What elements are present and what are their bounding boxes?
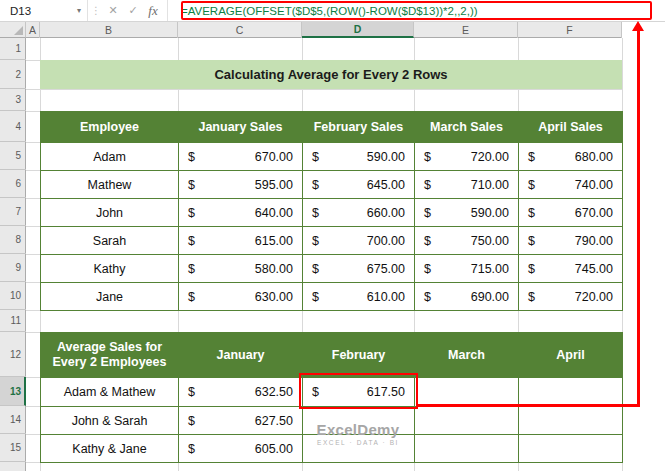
empty-cell[interactable]: [415, 407, 519, 435]
amount: 715.00: [471, 262, 509, 276]
sales-value-cell[interactable]: $720.00: [519, 283, 623, 311]
column-header-a[interactable]: A: [26, 22, 40, 38]
column-header-c[interactable]: C: [178, 22, 302, 38]
sales-value-cell[interactable]: $700.00: [303, 227, 415, 255]
sales-value-cell[interactable]: $745.00: [519, 255, 623, 283]
empty-cell[interactable]: [519, 378, 623, 407]
sales-value-cell[interactable]: $630.00: [179, 283, 303, 311]
sales-value-cell[interactable]: $710.00: [415, 171, 519, 199]
sales-value-cell[interactable]: $595.00: [179, 171, 303, 199]
name-box-dropdown-icon[interactable]: ▾: [77, 7, 81, 15]
header-cell-april[interactable]: April: [519, 333, 623, 378]
name-box[interactable]: D13 ▾: [0, 0, 88, 21]
sales-value-cell[interactable]: $680.00: [519, 143, 623, 171]
sales-value-cell[interactable]: $590.00: [303, 143, 415, 171]
table-row: Kathy $580.00 $675.00 $715.00 $745.00: [41, 255, 623, 283]
sales-value-cell[interactable]: $715.00: [415, 255, 519, 283]
empty-cell[interactable]: [415, 378, 519, 407]
annotation-arrow-line-horizontal: [416, 404, 640, 407]
employee-name-cell[interactable]: Mathew: [41, 171, 179, 199]
amount: 645.00: [367, 178, 405, 192]
row-header-11[interactable]: 11: [0, 310, 26, 332]
sales-value-cell[interactable]: $690.00: [415, 283, 519, 311]
currency-symbol: $: [188, 206, 195, 220]
row-header-14[interactable]: 14: [0, 406, 26, 434]
column-header-f[interactable]: F: [518, 22, 622, 38]
table-row: Jane $630.00 $610.00 $690.00 $720.00: [41, 283, 623, 311]
empty-cell[interactable]: [519, 407, 623, 435]
sales-value-cell[interactable]: $790.00: [519, 227, 623, 255]
sales-table-header-row: Employee January Sales February Sales Ma…: [41, 112, 623, 143]
row-header-4[interactable]: 4: [0, 111, 26, 142]
row-header-1[interactable]: 1: [0, 38, 26, 60]
header-cell-employee[interactable]: Employee: [41, 112, 179, 143]
header-cell-march-sales[interactable]: March Sales: [415, 112, 519, 143]
employee-name-cell[interactable]: Kathy: [41, 255, 179, 283]
header-cell-february[interactable]: February: [303, 333, 415, 378]
currency-symbol: $: [528, 206, 535, 220]
row-header-9[interactable]: 9: [0, 254, 26, 282]
sales-value-cell[interactable]: $580.00: [179, 255, 303, 283]
name-box-value: D13: [10, 5, 31, 17]
header-line-1: Average Sales for: [57, 340, 162, 355]
row-header-7[interactable]: 7: [0, 198, 26, 226]
average-value-cell[interactable]: $605.00: [179, 435, 303, 463]
sales-value-cell[interactable]: $670.00: [179, 143, 303, 171]
row-header-12[interactable]: 12: [0, 332, 26, 377]
column-header-d[interactable]: D: [302, 22, 414, 38]
header-cell-march[interactable]: March: [415, 333, 519, 378]
row-header-6[interactable]: 6: [0, 170, 26, 198]
pair-name-cell[interactable]: Kathy & Jane: [41, 435, 179, 463]
amount: 615.00: [255, 234, 293, 248]
sales-value-cell[interactable]: $720.00: [415, 143, 519, 171]
column-header-b[interactable]: B: [40, 22, 178, 38]
employee-name-cell[interactable]: Sarah: [41, 227, 179, 255]
empty-cell[interactable]: [415, 435, 519, 463]
employee-name-cell[interactable]: Jane: [41, 283, 179, 311]
header-cell-january-sales[interactable]: January Sales: [179, 112, 303, 143]
sales-value-cell[interactable]: $615.00: [179, 227, 303, 255]
selected-cell-highlight-box: [299, 373, 418, 409]
pair-name-cell[interactable]: John & Sarah: [41, 407, 179, 435]
row-header-10[interactable]: 10: [0, 282, 26, 310]
enter-button[interactable]: ✓: [123, 4, 143, 17]
sales-value-cell[interactable]: $610.00: [303, 283, 415, 311]
pair-name-cell[interactable]: Adam & Mathew: [41, 378, 179, 407]
row-header-13[interactable]: 13: [0, 377, 26, 406]
table-row: Adam $670.00 $590.00 $720.00 $680.00: [41, 143, 623, 171]
header-cell-january[interactable]: January: [179, 333, 303, 378]
title-cell[interactable]: Calculating Average for Every 2 Rows: [40, 60, 622, 89]
row-header-3[interactable]: 3: [0, 89, 26, 111]
sales-value-cell[interactable]: $675.00: [303, 255, 415, 283]
employee-name-cell[interactable]: John: [41, 199, 179, 227]
header-cell-average-sales[interactable]: Average Sales for Every 2 Employees: [41, 333, 179, 378]
insert-function-button[interactable]: fx: [143, 3, 163, 19]
currency-symbol: $: [424, 206, 431, 220]
header-cell-april-sales[interactable]: April Sales: [519, 112, 623, 143]
row-header-15[interactable]: 15: [0, 434, 26, 462]
amount: 690.00: [471, 290, 509, 304]
sales-value-cell[interactable]: $660.00: [303, 199, 415, 227]
currency-symbol: $: [424, 150, 431, 164]
column-header-e[interactable]: E: [414, 22, 518, 38]
row-header-5[interactable]: 5: [0, 142, 26, 170]
sales-value-cell[interactable]: $640.00: [179, 199, 303, 227]
select-all-corner[interactable]: [0, 22, 26, 38]
currency-symbol: $: [188, 414, 195, 428]
row-header-2[interactable]: 2: [0, 60, 26, 89]
header-cell-february-sales[interactable]: February Sales: [303, 112, 415, 143]
sales-value-cell[interactable]: $645.00: [303, 171, 415, 199]
cancel-button[interactable]: ✕: [103, 4, 123, 17]
employee-name-cell[interactable]: Adam: [41, 143, 179, 171]
sales-value-cell[interactable]: $670.00: [519, 199, 623, 227]
row-header-8[interactable]: 8: [0, 226, 26, 254]
empty-cell[interactable]: [519, 435, 623, 463]
sales-value-cell[interactable]: $740.00: [519, 171, 623, 199]
currency-symbol: $: [528, 150, 535, 164]
sales-value-cell[interactable]: $750.00: [415, 227, 519, 255]
sales-value-cell[interactable]: $590.00: [415, 199, 519, 227]
amount: 750.00: [471, 234, 509, 248]
annotation-arrow-up-icon: [632, 21, 644, 31]
average-value-cell[interactable]: $632.50: [179, 378, 303, 407]
average-value-cell[interactable]: $627.50: [179, 407, 303, 435]
